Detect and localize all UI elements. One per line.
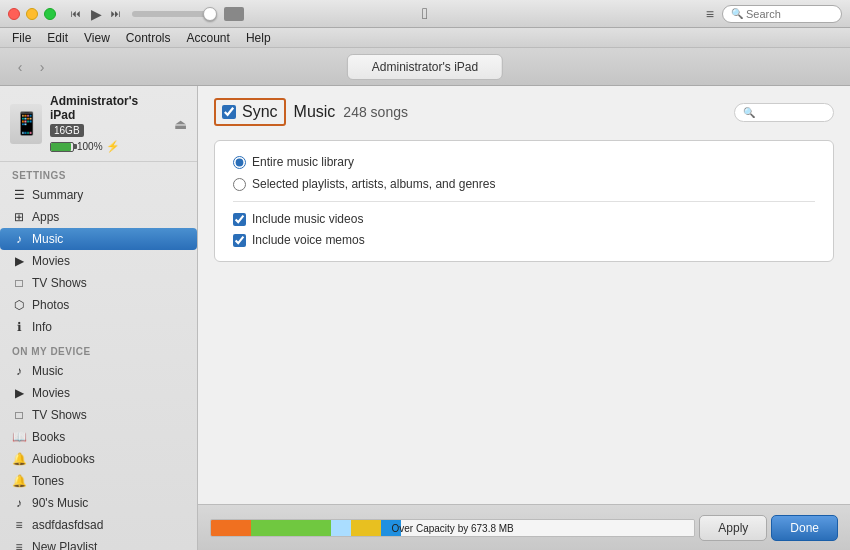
sync-header: Sync Music 248 songs 🔍 (214, 98, 834, 126)
sidebar-item-d-books[interactable]: 📖 Books (0, 426, 197, 448)
playback-controls: ⏮ ▶ ⏭ (68, 6, 244, 22)
menu-view[interactable]: View (76, 29, 118, 47)
screen-button[interactable] (224, 7, 244, 21)
title-bar: ⏮ ▶ ⏭  ≡ 🔍 (0, 0, 850, 28)
sidebar-label-d-books: Books (32, 430, 65, 444)
sidebar-item-d-audiobooks[interactable]: 🔔 Audiobooks (0, 448, 197, 470)
entire-library-option[interactable]: Entire music library (233, 155, 815, 169)
sidebar-label-d-audiobooks: Audiobooks (32, 452, 95, 466)
music-search-icon: 🔍 (743, 107, 755, 118)
selected-label: Selected playlists, artists, albums, and… (252, 177, 495, 191)
music-label: Music (294, 103, 336, 121)
d-tones-icon: 🔔 (12, 474, 26, 488)
playback-progress[interactable] (132, 11, 212, 17)
menu-account[interactable]: Account (179, 29, 238, 47)
device-header: 📱 Administrator's iPad 16GB 100% ⚡ ⏏ (0, 86, 197, 162)
d-audiobooks-icon: 🔔 (12, 452, 26, 466)
sidebar-label-d-tvshows: TV Shows (32, 408, 87, 422)
sync-panel: Sync Music 248 songs 🔍 Entire music libr… (198, 86, 850, 504)
tv-icon: □ (12, 276, 26, 290)
sidebar-label-d-pl2: New Playlist (32, 540, 97, 550)
window-controls (8, 8, 56, 20)
content-area: Sync Music 248 songs 🔍 Entire music libr… (198, 86, 850, 550)
device-icon: 📱 (10, 104, 42, 144)
include-voice-checkbox[interactable] (233, 234, 246, 247)
sync-options: Entire music library Selected playlists,… (214, 140, 834, 262)
photos-icon: ⬡ (12, 298, 26, 312)
sidebar-item-d-tvshows[interactable]: □ TV Shows (0, 404, 197, 426)
minimize-button[interactable] (26, 8, 38, 20)
list-icon[interactable]: ≡ (706, 6, 714, 22)
rewind-button[interactable]: ⏮ (68, 6, 84, 22)
sidebar-label-movies: Movies (32, 254, 70, 268)
radio-group: Entire music library Selected playlists,… (233, 155, 815, 191)
entire-library-label: Entire music library (252, 155, 354, 169)
d-music-icon: ♪ (12, 364, 26, 378)
selected-radio[interactable] (233, 178, 246, 191)
fast-forward-button[interactable]: ⏭ (108, 6, 124, 22)
sync-label: Sync (242, 103, 278, 121)
sidebar-label-d-movies: Movies (32, 386, 70, 400)
sidebar-item-music[interactable]: ♪ Music (0, 228, 197, 250)
entire-library-radio[interactable] (233, 156, 246, 169)
sidebar-item-d-90s[interactable]: ♪ 90's Music (0, 492, 197, 514)
divider (233, 201, 815, 202)
sidebar-label-d-music: Music (32, 364, 63, 378)
sidebar-item-photos[interactable]: ⬡ Photos (0, 294, 197, 316)
sidebar-item-summary[interactable]: ☰ Summary (0, 184, 197, 206)
device-info: Administrator's iPad 16GB 100% ⚡ (50, 94, 166, 153)
nav-arrows: ‹ › (12, 59, 50, 75)
menu-file[interactable]: File (4, 29, 39, 47)
sidebar-label-d-pl1: asdfdasfdsad (32, 518, 103, 532)
d-movies-icon: ▶ (12, 386, 26, 400)
d-books-icon: 📖 (12, 430, 26, 444)
song-count: 248 songs (343, 104, 408, 120)
eject-button[interactable]: ⏏ (174, 116, 187, 132)
battery-percent: 100% (77, 141, 103, 152)
sidebar-item-d-pl2[interactable]: ≡ New Playlist (0, 536, 197, 550)
play-button[interactable]: ▶ (88, 6, 104, 22)
search-icon: 🔍 (731, 8, 743, 19)
sidebar-item-apps[interactable]: ⊞ Apps (0, 206, 197, 228)
device-capacity: 16GB (50, 124, 84, 137)
sidebar-label-info: Info (32, 320, 52, 334)
apple-logo:  (422, 5, 428, 23)
music-search-box[interactable]: 🔍 (734, 103, 834, 122)
done-button[interactable]: Done (771, 515, 838, 541)
sidebar: 📱 Administrator's iPad 16GB 100% ⚡ ⏏ Set… (0, 86, 198, 550)
include-videos-checkbox[interactable] (233, 213, 246, 226)
search-input[interactable] (746, 8, 836, 20)
include-videos-option[interactable]: Include music videos (233, 212, 815, 226)
capacity-bar: Over Capacity by 673.8 MB (210, 519, 695, 537)
menu-help[interactable]: Help (238, 29, 279, 47)
back-arrow[interactable]: ‹ (12, 59, 28, 75)
close-button[interactable] (8, 8, 20, 20)
forward-arrow[interactable]: › (34, 59, 50, 75)
sidebar-item-d-tones[interactable]: 🔔 Tones (0, 470, 197, 492)
info-icon: ℹ (12, 320, 26, 334)
sync-checkbox-border: Sync (214, 98, 286, 126)
device-tab[interactable]: Administrator's iPad (347, 54, 503, 80)
sidebar-item-info[interactable]: ℹ Info (0, 316, 197, 338)
summary-icon: ☰ (12, 188, 26, 202)
sidebar-item-movies[interactable]: ▶ Movies (0, 250, 197, 272)
selected-option[interactable]: Selected playlists, artists, albums, and… (233, 177, 815, 191)
menu-edit[interactable]: Edit (39, 29, 76, 47)
d-tv-icon: □ (12, 408, 26, 422)
sidebar-item-tvshows[interactable]: □ TV Shows (0, 272, 197, 294)
include-voice-option[interactable]: Include voice memos (233, 233, 815, 247)
search-box[interactable]: 🔍 (722, 5, 842, 23)
d-pl1-icon: ≡ (12, 518, 26, 532)
menu-controls[interactable]: Controls (118, 29, 179, 47)
battery-fill (51, 143, 71, 151)
sidebar-label-summary: Summary (32, 188, 83, 202)
sidebar-item-d-music[interactable]: ♪ Music (0, 360, 197, 382)
sidebar-item-d-pl1[interactable]: ≡ asdfdasfdsad (0, 514, 197, 536)
maximize-button[interactable] (44, 8, 56, 20)
d-pl2-icon: ≡ (12, 540, 26, 550)
apply-button[interactable]: Apply (699, 515, 767, 541)
sidebar-label-apps: Apps (32, 210, 59, 224)
on-device-section-label: On My Device (0, 338, 197, 360)
sync-checkbox[interactable] (222, 105, 236, 119)
sidebar-item-d-movies[interactable]: ▶ Movies (0, 382, 197, 404)
